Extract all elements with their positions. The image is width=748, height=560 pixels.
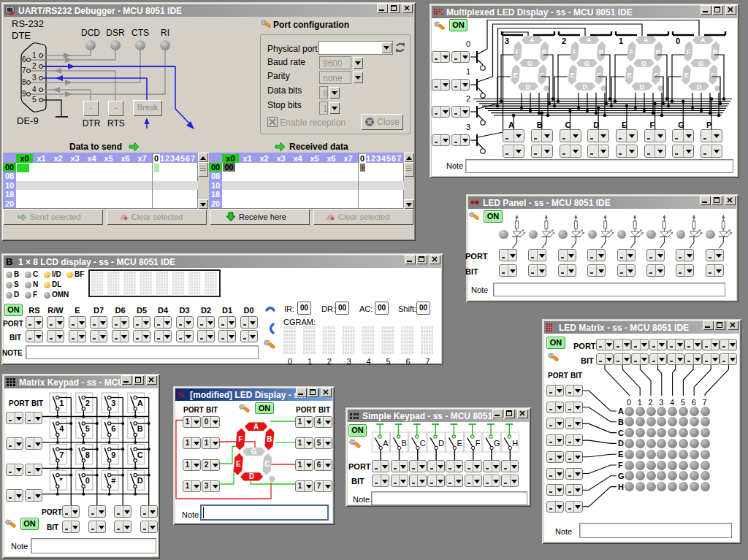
svg-text:C: C	[264, 460, 270, 468]
svg-text:D: D	[249, 472, 254, 480]
svg-text:B: B	[267, 435, 272, 443]
svg-text:A: A	[253, 423, 259, 431]
svg-text:E: E	[236, 460, 241, 468]
svg-text:F: F	[238, 435, 243, 443]
svg-text:G: G	[251, 448, 257, 456]
svg-text:B: B	[6, 256, 12, 267]
